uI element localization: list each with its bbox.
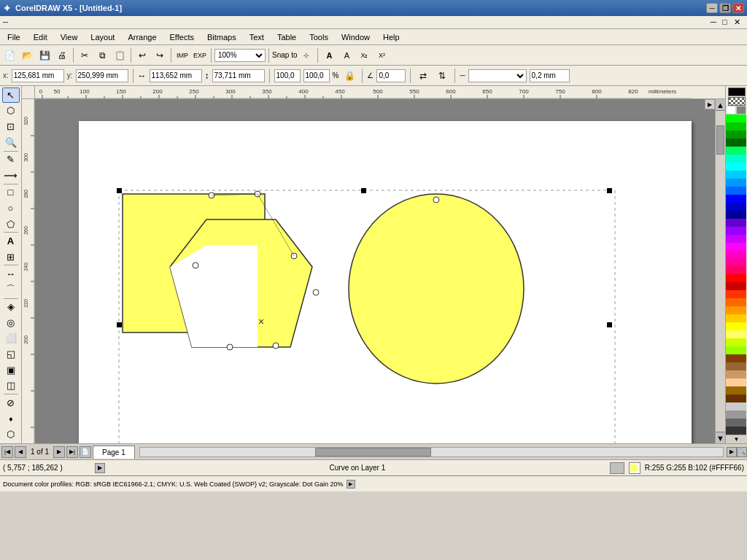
mirror-h-button[interactable]: ⇄ (415, 68, 431, 84)
menu-layout[interactable]: Layout (85, 31, 120, 43)
last-page-button[interactable]: ▶| (66, 446, 78, 458)
cs-red[interactable] (726, 274, 746, 282)
cs-dkred[interactable] (726, 282, 746, 290)
y-input[interactable] (76, 69, 128, 82)
freehand-tool-button[interactable]: ✎ (2, 152, 20, 167)
text-format-a2[interactable]: A (338, 47, 355, 63)
menu-effects[interactable]: Effects (164, 31, 200, 43)
copy-button[interactable]: ⧉ (94, 47, 110, 63)
ellipse-tool-button[interactable]: ○ (2, 201, 20, 216)
text-format-a1[interactable]: A (321, 47, 337, 63)
app-minimize-button[interactable]: ─ (706, 3, 718, 13)
none-swatch[interactable] (728, 97, 746, 106)
canvas-wrapper[interactable]: 0 100 150 200 250 300 (22, 86, 725, 443)
scroll-thumb[interactable] (716, 125, 724, 155)
win-minimize-button[interactable]: ─ (711, 18, 721, 27)
cs-dkbrown[interactable] (726, 394, 746, 402)
v-scrollbar[interactable]: ▲ ▼ (715, 99, 725, 443)
cs-rose[interactable] (726, 266, 746, 274)
menu-arrange[interactable]: Arrange (122, 31, 162, 43)
blend-tool-button[interactable]: ◈ (2, 299, 20, 314)
angle-input[interactable] (376, 69, 406, 82)
win-close-button[interactable]: ✕ (734, 18, 744, 27)
undo-button[interactable]: ↩ (134, 47, 150, 63)
text-sup[interactable]: X² (374, 47, 390, 63)
color-swatch-gray[interactable] (736, 106, 746, 114)
color-swatch-white[interactable] (726, 106, 736, 114)
menu-table[interactable]: Table (271, 31, 302, 43)
scroll-right-button[interactable]: ▶ (727, 447, 737, 457)
cs-peach[interactable] (726, 378, 746, 386)
canvas-area[interactable]: × GRAFISITY.BLOGSPOT.COM ▲ ▼ ▶ (35, 99, 725, 443)
cs-brown2[interactable] (726, 362, 746, 370)
status-play-button[interactable]: ▶ (95, 463, 105, 473)
menu-window[interactable]: Window (336, 31, 376, 43)
lock-ratio-button[interactable]: 🔒 (341, 68, 357, 84)
cs-tan[interactable] (726, 370, 746, 378)
fill-tool-button[interactable]: ⬧ (2, 411, 20, 427)
cs-dkblue[interactable] (726, 211, 746, 219)
export-button[interactable]: EXP (192, 47, 208, 63)
add-page-button[interactable]: 📄 (80, 446, 91, 458)
cs-brown1[interactable] (726, 354, 746, 362)
cs-yellow1[interactable] (726, 314, 746, 322)
color-icon[interactable] (629, 462, 640, 474)
profile-arrow-button[interactable]: ▶ (347, 480, 355, 489)
outline-width-input[interactable] (530, 69, 570, 82)
print-button[interactable]: 🖨 (54, 47, 70, 63)
prev-page-button[interactable]: ◀ (15, 446, 26, 458)
cs-blue2[interactable] (726, 187, 746, 195)
cs-blue3[interactable] (726, 195, 746, 203)
eyedropper-tool-button[interactable]: ⊘ (2, 395, 20, 411)
zoom-select[interactable]: 100% 75% 50% 200% (214, 49, 266, 62)
cs-blue4[interactable] (726, 203, 746, 211)
cs-olive[interactable] (726, 386, 746, 394)
cs-green3[interactable] (726, 139, 746, 147)
document-info-button[interactable] (610, 462, 624, 474)
cs-orange2[interactable] (726, 306, 746, 314)
import-button[interactable]: IMP (174, 47, 190, 63)
win-maximize-button[interactable]: □ (722, 18, 732, 27)
height-input[interactable] (212, 69, 265, 82)
new-button[interactable]: 📄 (1, 47, 18, 63)
smart-draw-button[interactable]: ⟿ (2, 168, 20, 183)
text-tool-button[interactable]: A (2, 233, 20, 249)
menu-bitmaps[interactable]: Bitmaps (201, 31, 242, 43)
h-scroll-thumb[interactable] (315, 448, 432, 456)
mirror-v-button[interactable]: ⇅ (434, 68, 450, 84)
shadow-tool-button[interactable]: ▣ (2, 362, 20, 378)
crop-tool-button[interactable]: ⊡ (2, 119, 20, 134)
cs-pink2[interactable] (726, 258, 746, 266)
first-page-button[interactable]: |◀ (1, 446, 13, 458)
extrude-tool-button[interactable]: ◱ (2, 346, 20, 362)
cs-green1[interactable] (726, 122, 746, 131)
transparency-tool-button[interactable]: ◫ (2, 378, 20, 393)
scroll-down-button[interactable]: ▼ (716, 432, 725, 443)
cs-purple2[interactable] (726, 235, 746, 243)
cs-dkgray[interactable] (726, 419, 746, 427)
menu-help[interactable]: Help (377, 31, 406, 43)
cs-ltgray[interactable] (726, 402, 746, 411)
menu-text[interactable]: Text (244, 31, 270, 43)
black-swatch[interactable] (728, 88, 746, 96)
app-close-button[interactable]: ✕ (732, 3, 744, 13)
envelope-tool-button[interactable]: ⬜ (2, 331, 20, 346)
cs-cyan2[interactable] (726, 163, 746, 171)
cs-mint[interactable] (726, 147, 746, 155)
cs-dkgray2[interactable] (726, 427, 746, 435)
x-input[interactable] (12, 69, 64, 82)
scale-w-input[interactable] (274, 69, 301, 82)
open-button[interactable]: 📂 (19, 47, 35, 63)
menu-file[interactable]: File (1, 31, 26, 43)
table-tool-button[interactable]: ⊞ (2, 249, 20, 265)
h-scroll-track[interactable] (139, 447, 724, 457)
cs-cyan1[interactable] (726, 155, 746, 163)
cut-button[interactable]: ✂ (77, 47, 93, 63)
rect-tool-button[interactable]: □ (2, 184, 20, 200)
cs-chartreuse[interactable] (726, 338, 746, 346)
cs-green2[interactable] (726, 131, 746, 139)
cs-violet[interactable] (726, 219, 746, 227)
cs-purple1[interactable] (726, 227, 746, 235)
menu-view[interactable]: View (55, 31, 84, 43)
cs-ltblue[interactable] (726, 171, 746, 179)
